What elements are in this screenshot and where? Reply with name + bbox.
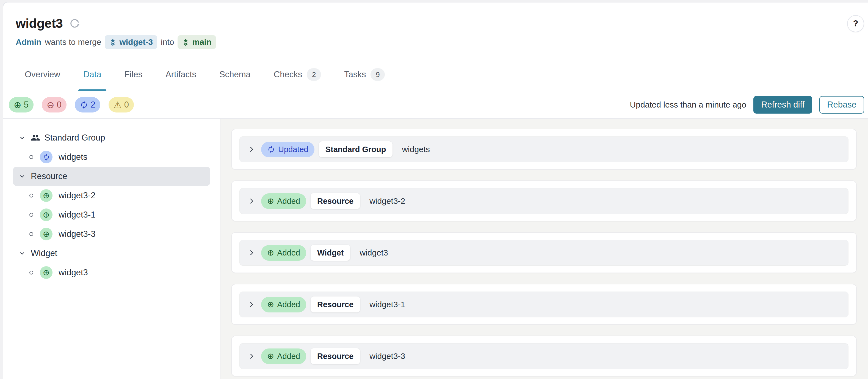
tab-schema[interactable]: Schema bbox=[214, 58, 256, 91]
status-badge: ⊕ Added bbox=[261, 245, 306, 261]
tab-data[interactable]: Data bbox=[78, 58, 106, 91]
bullet-icon bbox=[29, 232, 33, 236]
row-name: widget3-3 bbox=[369, 351, 405, 361]
branch-icon bbox=[109, 38, 117, 46]
type-badge: Widget bbox=[311, 245, 350, 261]
tree-group-resource[interactable]: Resource bbox=[13, 167, 210, 186]
refresh-title-icon[interactable] bbox=[69, 18, 80, 29]
chevron-right-icon[interactable] bbox=[248, 146, 255, 153]
bullet-icon bbox=[29, 213, 33, 217]
pull-request-page: widget3 Admin wants to merge widget-3 in… bbox=[3, 2, 868, 379]
chevron-down-icon bbox=[19, 250, 25, 257]
diff-toolbar: ⊕ 5 ⊖ 0 2 ⚠ 0 Updated less than a minute… bbox=[3, 91, 868, 119]
sync-icon bbox=[80, 101, 88, 109]
target-branch-label: main bbox=[192, 37, 211, 47]
sync-icon bbox=[267, 145, 275, 153]
tab-artifacts[interactable]: Artifacts bbox=[160, 58, 201, 91]
bullet-icon bbox=[29, 155, 33, 159]
chevron-down-icon bbox=[19, 135, 25, 141]
page-title: widget3 bbox=[16, 16, 63, 31]
diff-row-header[interactable]: ⊕ Added Resource widget3-3 bbox=[239, 343, 848, 369]
merge-action-text: wants to merge bbox=[45, 37, 101, 47]
tree-item-widget3-1[interactable]: ⊕ widget3-1 bbox=[13, 205, 210, 225]
chevron-right-icon[interactable] bbox=[248, 249, 255, 256]
type-badge: Resource bbox=[311, 193, 360, 209]
diff-row-header[interactable]: Updated Standard Group widgets bbox=[239, 137, 848, 162]
users-icon bbox=[31, 133, 40, 143]
diff-row-widget3-3: ⊕ Added Resource widget3-3 bbox=[231, 336, 857, 377]
tree-item-widgets[interactable]: widgets bbox=[13, 147, 210, 167]
tree-item-label: widgets bbox=[59, 152, 87, 162]
last-updated-text: Updated less than a minute ago bbox=[630, 100, 746, 110]
tab-bar: Overview Data Files Artifacts Schema Che… bbox=[3, 58, 868, 91]
tree-group-label: Widget bbox=[31, 249, 57, 258]
tree-item-label: widget3-1 bbox=[59, 210, 95, 220]
plus-circle-icon: ⊕ bbox=[267, 352, 274, 360]
tree-group-widget[interactable]: Widget bbox=[13, 244, 210, 263]
diff-row-header[interactable]: ⊕ Added Widget widget3 bbox=[239, 240, 848, 266]
diff-row-widget3-2: ⊕ Added Resource widget3-2 bbox=[231, 180, 857, 222]
tree-group-label: Standard Group bbox=[44, 133, 105, 143]
tree-item-label: widget3 bbox=[59, 268, 88, 278]
type-badge: Standard Group bbox=[319, 141, 393, 157]
row-name: widget3-2 bbox=[369, 196, 405, 206]
added-change-icon: ⊕ bbox=[40, 208, 53, 221]
stat-warnings: ⚠ 0 bbox=[108, 97, 134, 113]
into-text: into bbox=[161, 37, 174, 47]
diff-stats: ⊕ 5 ⊖ 0 2 ⚠ 0 bbox=[9, 97, 134, 113]
updated-change-icon bbox=[40, 151, 53, 164]
bullet-icon bbox=[29, 271, 33, 274]
chevron-right-icon[interactable] bbox=[248, 198, 255, 205]
plus-circle-icon: ⊕ bbox=[14, 100, 22, 110]
tree-item-widget3-3[interactable]: ⊕ widget3-3 bbox=[13, 225, 210, 244]
chevron-right-icon[interactable] bbox=[248, 301, 255, 308]
tab-checks[interactable]: Checks 2 bbox=[269, 58, 326, 91]
branch-icon bbox=[182, 38, 189, 46]
stat-modified: 2 bbox=[75, 97, 100, 113]
type-badge: Resource bbox=[311, 348, 360, 364]
row-name: widget3 bbox=[360, 248, 388, 257]
author-link[interactable]: Admin bbox=[16, 37, 41, 47]
minus-circle-icon: ⊖ bbox=[47, 100, 55, 110]
diff-row-widget3: ⊕ Added Widget widget3 bbox=[231, 232, 857, 273]
tab-overview[interactable]: Overview bbox=[20, 58, 65, 91]
tree-item-label: widget3-2 bbox=[59, 191, 95, 201]
diff-tree-sidebar: Standard Group widgets Resource ⊕ widget… bbox=[3, 119, 220, 379]
tree-group-standard-group[interactable]: Standard Group bbox=[13, 128, 210, 147]
plus-circle-icon: ⊕ bbox=[267, 300, 274, 309]
tree-item-widget3[interactable]: ⊕ widget3 bbox=[13, 263, 210, 282]
stat-added-count: 5 bbox=[24, 100, 29, 110]
bullet-icon bbox=[29, 194, 33, 198]
diff-row-widget3-1: ⊕ Added Resource widget3-1 bbox=[231, 284, 857, 325]
stat-modified-count: 2 bbox=[91, 100, 95, 110]
plus-circle-icon: ⊕ bbox=[267, 249, 274, 257]
rebase-button[interactable]: Rebase bbox=[819, 96, 864, 114]
plus-circle-icon: ⊕ bbox=[267, 197, 274, 205]
status-badge: ⊕ Added bbox=[261, 193, 306, 209]
tree-group-label: Resource bbox=[31, 171, 67, 181]
source-branch-label: widget-3 bbox=[119, 37, 153, 47]
added-change-icon: ⊕ bbox=[40, 228, 53, 240]
diff-row-header[interactable]: ⊕ Added Resource widget3-1 bbox=[239, 292, 848, 317]
row-name: widget3-1 bbox=[369, 300, 405, 309]
diff-row-header[interactable]: ⊕ Added Resource widget3-2 bbox=[239, 188, 848, 214]
status-badge: ⊕ Added bbox=[261, 348, 306, 364]
merge-summary: Admin wants to merge widget-3 into main bbox=[16, 35, 868, 49]
help-button[interactable]: ? bbox=[847, 15, 864, 32]
tree-item-label: widget3-3 bbox=[59, 229, 95, 239]
tasks-count-badge: 9 bbox=[371, 68, 385, 81]
tab-tasks[interactable]: Tasks 9 bbox=[339, 58, 390, 91]
warning-icon: ⚠ bbox=[114, 100, 122, 110]
tree-item-widget3-2[interactable]: ⊕ widget3-2 bbox=[13, 186, 210, 205]
tab-files[interactable]: Files bbox=[120, 58, 147, 91]
stat-removed-count: 0 bbox=[57, 100, 62, 110]
diff-list: Updated Standard Group widgets ⊕ Added R… bbox=[220, 119, 868, 379]
stat-removed: ⊖ 0 bbox=[42, 97, 66, 113]
added-change-icon: ⊕ bbox=[40, 189, 53, 202]
source-branch-badge[interactable]: widget-3 bbox=[105, 35, 157, 49]
chevron-down-icon bbox=[19, 173, 25, 180]
chevron-right-icon[interactable] bbox=[248, 353, 255, 360]
row-name: widgets bbox=[402, 145, 430, 154]
target-branch-badge[interactable]: main bbox=[178, 35, 216, 49]
refresh-diff-button[interactable]: Refresh diff bbox=[753, 96, 812, 114]
